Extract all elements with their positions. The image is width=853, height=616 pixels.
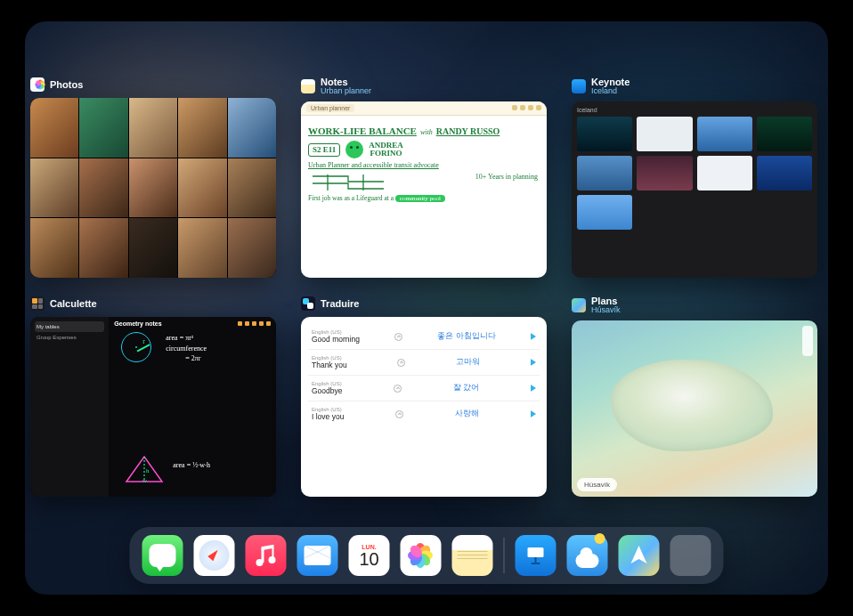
card-header: Calculette <box>30 296 276 312</box>
note-doc-title: Urban planner <box>306 104 354 112</box>
dock-app-mail[interactable] <box>297 535 338 576</box>
translate-row: English (US) Good morning 좋은 아침입니다 <box>308 324 540 350</box>
dock: LUN. 10 <box>130 527 724 584</box>
card-header: Keynote Iceland <box>572 77 817 96</box>
formula-circumference: circumference <box>166 344 207 353</box>
notes-preview: Urban planner WORK-LIFE BALANCE with RAN… <box>301 101 547 278</box>
card-title: Photos <box>50 79 83 90</box>
keynote-icon <box>572 79 586 93</box>
app-card-keynote[interactable]: Keynote Iceland Iceland <box>572 77 817 278</box>
dock-separator <box>504 538 505 573</box>
maps-icon <box>572 298 586 312</box>
r-label: r <box>142 337 145 345</box>
episode-badge: S2 E11 <box>308 143 340 157</box>
svg-text:w: w <box>142 477 148 484</box>
app-switcher-grid: Photos Notes <box>30 77 817 497</box>
photos-icon <box>407 541 435 570</box>
expand-icon <box>394 385 402 393</box>
svg-text:h: h <box>146 467 150 474</box>
svg-rect-3 <box>535 557 537 563</box>
geometry-title: Geometry notes <box>114 320 161 327</box>
dock-app-safari[interactable] <box>194 535 235 576</box>
toolbar-icon <box>520 105 525 110</box>
card-title: Traduire <box>321 298 359 309</box>
dock-app-calendar[interactable]: LUN. 10 <box>349 535 390 576</box>
slide-thumb <box>637 156 692 190</box>
note-footer: First job was as a Lifeguard at a <box>308 194 394 202</box>
card-header: Traduire <box>301 296 547 312</box>
slide-thumb <box>697 156 752 190</box>
expand-icon <box>394 333 402 341</box>
formula-area-circle: area = πr² <box>166 334 193 342</box>
dock-recent-maps[interactable] <box>619 535 660 576</box>
app-card-traduire[interactable]: Traduire English (US) Good morning 좋은 아침… <box>301 296 547 497</box>
calculette-preview: My tables Group Expenses Geometry notes … <box>30 317 276 497</box>
translate-row: English (US) Goodbye 잘 갔어 <box>308 376 540 401</box>
note-tagline: Urban Planner and accessible transit adv… <box>308 161 540 170</box>
sun-icon <box>595 533 605 544</box>
dock-recent-weather[interactable] <box>567 535 608 576</box>
toolbar-icon <box>512 105 517 110</box>
dock-app-photos[interactable] <box>401 535 442 576</box>
triangle-drawing-icon: h w <box>123 453 167 485</box>
card-subtitle: Urban planner <box>321 87 371 96</box>
note-with: with <box>420 128 433 136</box>
note-guest: RANDY RUSSO <box>436 126 500 136</box>
dst-text: 고마워 <box>456 357 480 368</box>
expand-icon <box>395 410 403 418</box>
keynote-icon <box>524 544 548 567</box>
note-pill: community pool <box>395 195 445 202</box>
keynote-project-title: Iceland <box>577 107 812 113</box>
translate-row: English (US) I love you 사랑해 <box>308 401 540 426</box>
expand-icon <box>397 359 405 367</box>
maps-preview: Húsavík <box>572 320 817 497</box>
slide-thumb <box>757 117 812 151</box>
dock-recent-keynote[interactable] <box>516 535 556 576</box>
note-toolbar-icons <box>238 321 271 326</box>
card-header: Plans Húsavík <box>572 296 817 315</box>
host-last: FORINO <box>370 149 402 158</box>
formula-area-triangle: area = ½·w·h <box>173 461 210 469</box>
photos-icon <box>30 77 45 92</box>
card-header: Notes Urban planner <box>301 77 547 96</box>
translate-icon <box>301 296 315 311</box>
toolbar-icon <box>528 105 533 110</box>
maps-arrow-icon <box>627 543 652 568</box>
dock-app-music[interactable] <box>246 535 287 576</box>
app-card-calculette[interactable]: Calculette My tables Group Expenses Geom… <box>30 296 276 497</box>
dst-text: 좋은 아침입니다 <box>437 331 495 342</box>
svg-rect-4 <box>532 563 540 564</box>
translate-preview: English (US) Good morning 좋은 아침입니다 Engli… <box>301 317 547 497</box>
keynote-preview: Iceland <box>572 101 817 278</box>
slide-thumb <box>577 156 632 190</box>
slide-thumb <box>637 117 692 151</box>
slide-thumb <box>577 117 632 151</box>
app-card-plans[interactable]: Plans Húsavík Húsavík <box>572 296 817 497</box>
card-header: Photos <box>30 77 276 93</box>
src-text: I love you <box>312 412 344 421</box>
music-icon <box>256 545 276 566</box>
messages-icon <box>150 544 176 567</box>
card-title: Calculette <box>50 298 97 309</box>
calculator-icon <box>30 296 45 311</box>
app-card-photos[interactable]: Photos <box>30 77 276 278</box>
dock-app-notes[interactable] <box>452 535 493 576</box>
src-text: Thank you <box>312 361 347 369</box>
dst-text: 사랑해 <box>455 409 479 419</box>
slide-thumb <box>697 117 752 151</box>
note-headline: WORK-LIFE BALANCE <box>308 126 417 136</box>
card-subtitle: Iceland <box>591 87 630 96</box>
app-card-notes[interactable]: Notes Urban planner Urban planner <box>301 77 547 278</box>
photos-preview <box>30 98 276 278</box>
years-line: 10+ Years in planning <box>475 173 538 182</box>
svg-rect-2 <box>528 547 544 557</box>
face-doodle-icon <box>345 141 363 158</box>
slide-thumb <box>577 195 632 230</box>
play-icon <box>531 333 536 340</box>
ipad-frame: Photos Notes <box>0 0 853 616</box>
cloud-icon <box>576 554 599 568</box>
screen: Photos Notes <box>25 21 828 595</box>
dock-app-messages[interactable] <box>142 535 183 576</box>
dock-recent-app-group[interactable] <box>670 535 711 576</box>
src-text: Good morning <box>312 335 360 344</box>
